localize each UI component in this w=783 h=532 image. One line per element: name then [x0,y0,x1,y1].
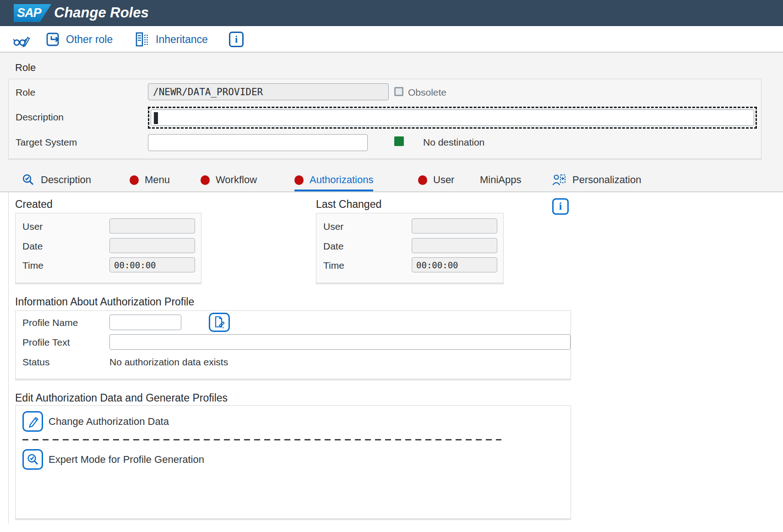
panel-info-button[interactable]: i [552,198,569,215]
target-system-input[interactable] [148,134,368,151]
application-toolbar: Other role Inheritance i [0,26,783,53]
display-change-button[interactable] [13,30,30,49]
description-focus-outline [148,107,757,129]
tab-workflow-label: Workflow [216,174,257,186]
document-pen-icon [213,315,226,329]
profile-name-label: Profile Name [22,317,78,328]
red-status-dot [294,175,304,185]
tab-menu[interactable]: Menu [130,170,170,191]
inheritance-label: Inheritance [156,33,208,46]
panel-left-border [8,192,9,523]
window-title: Change Roles [54,5,149,21]
other-role-icon [46,32,61,47]
tab-menu-label: Menu [145,174,170,186]
last-changed-user-label: User [323,221,343,232]
sap-logo: SAP [14,4,51,22]
last-changed-time-label: Time [323,260,344,271]
profile-info-heading: Information About Authorization Profile [15,296,194,308]
role-header-area: Role Role /NEWR/DATA_PROVIDER Obsolete D… [0,53,783,192]
profile-name-input[interactable] [109,315,181,330]
created-date-label: Date [22,241,43,252]
other-role-label: Other role [66,33,113,46]
edit-auth-box: Change Authorization Data Expert Mode fo… [15,405,571,520]
info-icon: i [229,32,244,47]
obsolete-label: Obsolete [408,87,446,98]
inheritance-button[interactable]: Inheritance [135,30,208,49]
target-system-label: Target System [16,137,77,148]
red-status-dot [130,175,139,185]
description-input[interactable] [151,109,754,126]
created-group-box: User Date Time 00:00:00 [15,213,201,284]
sap-change-roles-window: SAP Change Roles [0,0,783,532]
tab-workflow[interactable]: Workflow [201,170,257,191]
text-cursor [154,112,158,124]
tabstrip: Description Menu Workflow Authorizations… [0,169,783,191]
last-changed-heading: Last Changed [316,198,381,211]
status-label: Status [22,357,50,368]
tab-authorizations-label: Authorizations [310,174,373,186]
created-time-field[interactable]: 00:00:00 [109,257,195,272]
role-field-label: Role [16,87,35,98]
profile-info-box: Profile Name Profile Text Status No auth… [15,310,571,380]
status-value: No authorization data exists [109,357,228,368]
role-section-heading: Role [15,62,36,74]
magnifier-check-icon [27,453,39,466]
description-field-label: Description [16,112,64,123]
propose-profile-name-button[interactable] [209,313,230,332]
authorizations-tab-panel: Created User Date Time 00:00:00 Last Cha… [0,192,783,532]
obsolete-checkbox[interactable] [394,87,403,96]
personalization-icon [552,173,566,187]
titlebar: SAP Change Roles [0,0,783,26]
expert-mode-button[interactable] [22,449,43,470]
change-authorization-data-button[interactable] [22,411,43,432]
inheritance-icon [135,32,151,47]
display-change-icon [13,31,30,48]
expert-mode-label: Expert Mode for Profile Generation [49,454,204,466]
created-heading: Created [15,198,53,211]
last-changed-date-field[interactable] [412,238,497,253]
last-changed-group-box: User Date Time 00:00:00 [316,213,504,284]
dashed-separator [22,439,501,440]
destination-status-square [394,136,404,146]
info-icon: i [559,201,562,212]
last-changed-date-label: Date [323,241,343,252]
tab-user-label: User [433,174,454,186]
information-button[interactable]: i [229,30,244,49]
tab-description-label: Description [41,174,91,186]
role-name-field[interactable]: /NEWR/DATA_PROVIDER [148,83,389,100]
tab-personalization-label: Personalization [572,174,641,186]
profile-text-label: Profile Text [22,337,70,348]
last-changed-time-field[interactable]: 00:00:00 [412,257,497,272]
created-user-label: User [22,221,43,232]
role-group-box: Role /NEWR/DATA_PROVIDER Obsolete Descri… [8,79,761,160]
change-authorization-data-label: Change Authorization Data [49,416,169,428]
created-date-field[interactable] [109,238,195,253]
last-changed-user-field[interactable] [412,218,497,233]
tab-authorizations[interactable]: Authorizations [294,170,373,191]
other-role-button[interactable]: Other role [46,30,113,49]
red-status-dot [201,175,210,185]
created-time-label: Time [22,260,44,271]
tab-personalization[interactable]: Personalization [552,170,641,191]
edit-auth-heading: Edit Authorization Data and Generate Pro… [15,392,228,404]
tab-miniapps[interactable]: MiniApps [480,170,521,191]
tab-miniapps-label: MiniApps [480,174,521,186]
tab-description[interactable]: Description [22,170,91,191]
pencil-icon [27,415,39,428]
magnifier-check-icon [22,174,35,186]
profile-text-input[interactable] [109,334,571,350]
red-status-dot [418,175,427,185]
created-user-field[interactable] [109,218,195,233]
tab-user[interactable]: User [418,170,454,191]
destination-status-label: No destination [423,137,484,148]
